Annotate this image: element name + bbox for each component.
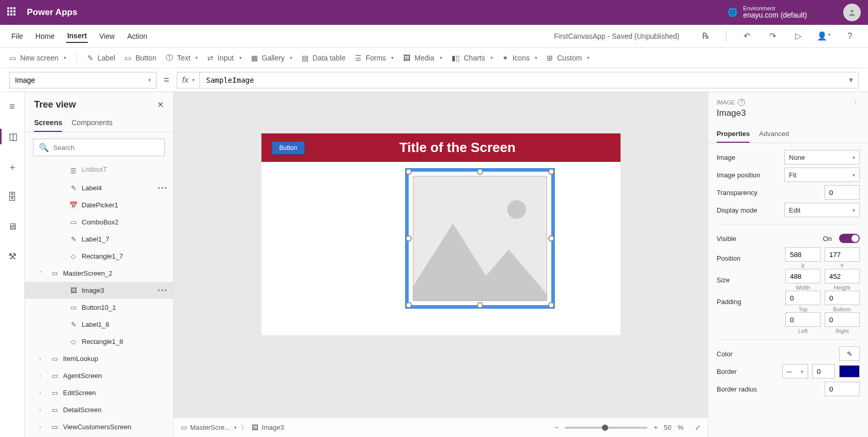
breadcrumb-control[interactable]: 🖼Image3: [252, 424, 284, 431]
insert-forms-menu[interactable]: ☰Forms▾: [355, 54, 394, 62]
tree-node-label4[interactable]: ✎Label4•••: [25, 179, 173, 197]
zoom-slider[interactable]: [565, 427, 647, 429]
prop-height-input[interactable]: [825, 269, 860, 283]
tab-properties[interactable]: Properties: [717, 126, 750, 143]
toggle-icon[interactable]: ›: [39, 390, 47, 396]
tab-components[interactable]: Components: [71, 114, 112, 132]
toggle-icon[interactable]: ›: [39, 407, 47, 413]
prop-borderradius-input[interactable]: [825, 382, 860, 396]
tab-screens[interactable]: Screens: [34, 114, 62, 132]
tree-node-viewcustomersscreen[interactable]: ›▭ViewCustomersScreen: [25, 418, 173, 435]
screen-title-label[interactable]: Title of the Screen: [305, 140, 610, 156]
formula-input[interactable]: [200, 76, 844, 84]
resize-handle[interactable]: [406, 169, 412, 175]
tree-node-listboxt[interactable]: ☰ListboxT: [25, 162, 173, 179]
toggle-icon[interactable]: ›: [39, 356, 47, 361]
toggle-icon[interactable]: ›: [39, 373, 47, 379]
tree-node-rectangle1-7[interactable]: ◇Rectangle1_7: [25, 248, 173, 265]
insert-icons-menu[interactable]: ✦Icons▾: [502, 54, 537, 62]
toggle-icon[interactable]: ˅: [39, 270, 47, 276]
tree-node-datepicker1[interactable]: 📅DatePicker1: [25, 197, 173, 214]
help-icon[interactable]: ?: [842, 32, 858, 41]
insert-text-menu[interactable]: ⓉText▾: [166, 53, 198, 63]
prop-width-input[interactable]: [785, 269, 820, 283]
rail-hamburger-icon[interactable]: ≡: [0, 99, 24, 114]
tree-search[interactable]: 🔍: [33, 139, 165, 156]
tree-node-itemlookup[interactable]: ›▭ItemLookup: [25, 350, 173, 367]
prop-pad-right-input[interactable]: [825, 312, 860, 327]
tree-node-editscreen[interactable]: ›▭EditScreen: [25, 384, 173, 401]
resize-handle[interactable]: [548, 169, 554, 175]
screen-button-control[interactable]: Button: [272, 141, 305, 155]
tree-node-agentscreen[interactable]: ›▭AgentScreen: [25, 367, 173, 384]
menu-insert[interactable]: Insert: [66, 29, 88, 43]
chevron-right-icon[interactable]: 〉: [854, 98, 860, 106]
screen-preview[interactable]: Button Title of the Screen: [261, 133, 621, 335]
redo-icon[interactable]: ↷: [765, 31, 780, 41]
tree-node-rectangle1-8[interactable]: ◇Rectangle1_8: [25, 333, 173, 350]
more-icon[interactable]: •••: [158, 184, 168, 192]
rail-media-icon[interactable]: 🖥: [0, 219, 24, 234]
insert-charts-menu[interactable]: ▮▯Charts▾: [452, 54, 493, 62]
prop-border-color-swatch[interactable]: [839, 365, 860, 378]
more-icon[interactable]: •••: [158, 287, 168, 294]
environment-picker[interactable]: 🌐 Environment enayu.com (default): [727, 5, 807, 19]
canvas-viewport[interactable]: Button Title of the Screen: [174, 92, 708, 417]
fit-to-window-icon[interactable]: ⤢: [695, 424, 701, 431]
prop-imageposition-select[interactable]: Fit▾: [784, 168, 860, 182]
close-icon[interactable]: ✕: [157, 100, 164, 110]
menu-file[interactable]: File: [10, 30, 24, 42]
insert-datatable-button[interactable]: ▤Data table: [302, 54, 346, 62]
rail-insert-icon[interactable]: ＋: [0, 159, 24, 175]
insert-gallery-menu[interactable]: ▦Gallery▾: [251, 54, 292, 62]
resize-handle[interactable]: [548, 302, 554, 308]
zoom-in-icon[interactable]: +: [654, 424, 658, 431]
menu-home[interactable]: Home: [35, 30, 56, 42]
tree-node-button10-1[interactable]: ▭Button10_1: [25, 299, 173, 316]
resize-handle[interactable]: [406, 302, 412, 308]
rail-tools-icon[interactable]: ⚒: [0, 249, 24, 264]
prop-pad-top-input[interactable]: [785, 291, 820, 305]
menu-action[interactable]: Action: [126, 30, 148, 42]
tree-node-image3[interactable]: 🖼Image3•••: [25, 282, 173, 299]
tree-node-label1-8[interactable]: ✎Label1_8: [25, 316, 173, 333]
user-avatar[interactable]: [843, 4, 861, 21]
resize-handle[interactable]: [477, 169, 483, 175]
insert-button-button[interactable]: ▭Button: [125, 54, 156, 62]
prop-image-select[interactable]: None▾: [784, 150, 860, 164]
share-icon[interactable]: 👤⁺: [816, 31, 832, 41]
insert-input-menu[interactable]: ⇄Input▾: [207, 54, 241, 62]
toggle-icon[interactable]: ›: [39, 424, 47, 430]
prop-pos-x-input[interactable]: [785, 247, 820, 262]
prop-transparency-input[interactable]: [825, 185, 860, 200]
breadcrumb-screen[interactable]: ▭MasterScre...▾: [181, 424, 237, 431]
zoom-slider-thumb[interactable]: [602, 425, 608, 431]
property-dropdown[interactable]: Image ▾: [9, 72, 157, 88]
prop-pad-bottom-input[interactable]: [825, 291, 860, 305]
prop-pos-y-input[interactable]: [825, 247, 860, 262]
insert-label-button[interactable]: ✎Label: [87, 54, 115, 62]
expand-formula-icon[interactable]: ▾: [844, 75, 858, 85]
prop-visible-toggle[interactable]: [839, 234, 860, 243]
tree-node-detailscreen[interactable]: ›▭DetailScreen: [25, 401, 173, 418]
rail-tree-view-icon[interactable]: ◫: [0, 129, 24, 144]
resize-handle[interactable]: [477, 302, 483, 308]
tree-node-label1-7[interactable]: ✎Label1_7: [25, 231, 173, 248]
insert-custom-menu[interactable]: ⊞Custom▾: [547, 54, 590, 62]
undo-icon[interactable]: ↶: [739, 31, 754, 41]
tree-node-combobox2[interactable]: ▭ComboBox2: [25, 214, 173, 231]
app-launcher-icon[interactable]: [7, 7, 18, 18]
tree-search-input[interactable]: [53, 144, 159, 152]
zoom-out-icon[interactable]: −: [555, 424, 559, 431]
app-checker-icon[interactable]: ℞: [698, 31, 714, 41]
prop-displaymode-select[interactable]: Edit▾: [784, 203, 860, 217]
resize-handle[interactable]: [548, 235, 554, 242]
tree-node-masterscreen-2[interactable]: ˅▭MasterScreen_2: [25, 265, 173, 282]
prop-borderstyle-select[interactable]: ─▾: [782, 364, 808, 379]
help-icon[interactable]: ?: [738, 99, 745, 106]
insert-media-menu[interactable]: 🖼Media▾: [403, 54, 442, 62]
selected-image-control[interactable]: [405, 168, 555, 309]
play-icon[interactable]: ▷: [791, 31, 806, 41]
prop-color-picker[interactable]: ✎: [839, 346, 860, 361]
prop-pad-left-input[interactable]: [785, 312, 820, 327]
